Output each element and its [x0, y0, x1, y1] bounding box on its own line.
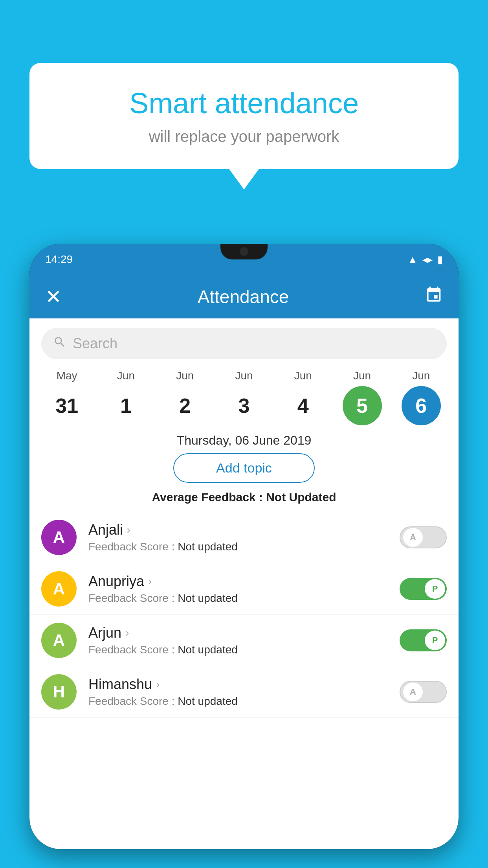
date-number[interactable]: 2 — [165, 386, 205, 425]
feedback-value: Not updated — [178, 592, 238, 604]
student-info: Arjun ›Feedback Score : Not updated — [88, 625, 400, 656]
date-number[interactable]: 6 — [402, 386, 441, 425]
student-feedback: Feedback Score : Not updated — [88, 644, 400, 656]
feedback-value: Not updated — [178, 695, 238, 707]
status-time: 14:29 — [45, 253, 73, 266]
add-topic-button[interactable]: Add topic — [173, 453, 315, 483]
student-item[interactable]: HHimanshu ›Feedback Score : Not updatedA — [29, 666, 459, 718]
student-avatar: H — [41, 674, 77, 710]
student-info: Anupriya ›Feedback Score : Not updated — [88, 573, 400, 605]
toggle-knob: A — [403, 528, 423, 547]
date-item[interactable]: Jun2 — [160, 370, 211, 425]
chevron-icon: › — [127, 524, 130, 536]
average-feedback: Average Feedback : Not Updated — [29, 491, 459, 504]
student-feedback: Feedback Score : Not updated — [88, 695, 400, 708]
date-month: Jun — [235, 370, 253, 382]
feedback-value: Not updated — [178, 541, 238, 553]
student-avatar: A — [41, 520, 77, 555]
phone-frame: 14:29 ▲ ◂▸ ▮ ✕ Attendance Search — [29, 244, 459, 849]
speech-bubble-title: Smart attendance — [61, 86, 427, 120]
signal-icon: ◂▸ — [422, 254, 433, 266]
feedback-value: Not updated — [178, 644, 238, 656]
status-icons: ▲ ◂▸ ▮ — [407, 254, 443, 266]
search-bar[interactable]: Search — [41, 328, 447, 359]
speech-bubble-container: Smart attendance will replace your paper… — [29, 63, 459, 169]
app-header: ✕ Attendance — [29, 275, 459, 318]
student-name: Anupriya › — [88, 573, 400, 590]
date-number[interactable]: 4 — [283, 386, 323, 425]
date-item[interactable]: Jun1 — [100, 370, 151, 425]
student-avatar: A — [41, 623, 77, 658]
date-item[interactable]: Jun5 — [337, 370, 388, 425]
date-month: Jun — [294, 370, 312, 382]
speech-bubble: Smart attendance will replace your paper… — [29, 63, 459, 169]
calendar-icon[interactable] — [425, 286, 443, 308]
student-avatar: A — [41, 571, 77, 607]
battery-icon: ▮ — [437, 254, 443, 266]
status-bar: 14:29 ▲ ◂▸ ▮ — [29, 244, 459, 275]
toggle-knob: P — [425, 579, 445, 599]
speech-bubble-subtitle: will replace your paperwork — [61, 128, 427, 145]
date-item[interactable]: Jun4 — [277, 370, 328, 425]
student-item[interactable]: AArjun ›Feedback Score : Not updatedP — [29, 615, 459, 666]
date-month: Jun — [353, 370, 371, 382]
date-month: Jun — [176, 370, 194, 382]
search-icon — [53, 335, 66, 352]
student-feedback: Feedback Score : Not updated — [88, 592, 400, 605]
student-item[interactable]: AAnupriya ›Feedback Score : Not updatedP — [29, 563, 459, 615]
date-month: May — [57, 370, 77, 382]
chevron-icon: › — [148, 575, 152, 588]
date-month: Jun — [117, 370, 135, 382]
date-item[interactable]: Jun3 — [218, 370, 270, 425]
search-placeholder: Search — [73, 335, 117, 352]
close-button[interactable]: ✕ — [45, 285, 62, 308]
avg-feedback-value: Not Updated — [266, 491, 336, 504]
toggle-knob: P — [425, 631, 445, 650]
date-item[interactable]: Jun6 — [396, 370, 447, 425]
notch — [220, 244, 268, 259]
attendance-toggle[interactable]: A — [400, 526, 447, 548]
date-number[interactable]: 1 — [106, 386, 145, 425]
wifi-icon: ▲ — [407, 254, 418, 266]
student-name: Arjun › — [88, 625, 400, 641]
attendance-toggle[interactable]: P — [400, 578, 447, 600]
date-strip: May31Jun1Jun2Jun3Jun4Jun5Jun6 — [29, 363, 459, 425]
screen-title: Attendance — [198, 286, 289, 307]
attendance-toggle[interactable]: P — [400, 629, 447, 651]
camera — [240, 247, 248, 256]
avg-feedback-label: Average Feedback : — [152, 491, 262, 504]
attendance-toggle[interactable]: A — [400, 681, 447, 703]
date-number[interactable]: 3 — [224, 386, 264, 425]
chevron-icon: › — [156, 678, 160, 691]
student-list: AAnjali ›Feedback Score : Not updatedAAA… — [29, 512, 459, 718]
student-item[interactable]: AAnjali ›Feedback Score : Not updatedA — [29, 512, 459, 563]
student-info: Anjali ›Feedback Score : Not updated — [88, 522, 400, 553]
student-name: Himanshu › — [88, 676, 400, 693]
selected-date-label: Thursday, 06 June 2019 — [29, 425, 459, 453]
date-number[interactable]: 31 — [47, 386, 86, 425]
phone-screen: Search May31Jun1Jun2Jun3Jun4Jun5Jun6 Thu… — [29, 318, 459, 849]
date-month: Jun — [412, 370, 430, 382]
student-info: Himanshu ›Feedback Score : Not updated — [88, 676, 400, 708]
date-number[interactable]: 5 — [343, 386, 382, 425]
student-name: Anjali › — [88, 522, 400, 538]
chevron-icon: › — [125, 627, 129, 639]
student-feedback: Feedback Score : Not updated — [88, 541, 400, 553]
date-item[interactable]: May31 — [41, 370, 92, 425]
toggle-knob: A — [403, 682, 423, 702]
